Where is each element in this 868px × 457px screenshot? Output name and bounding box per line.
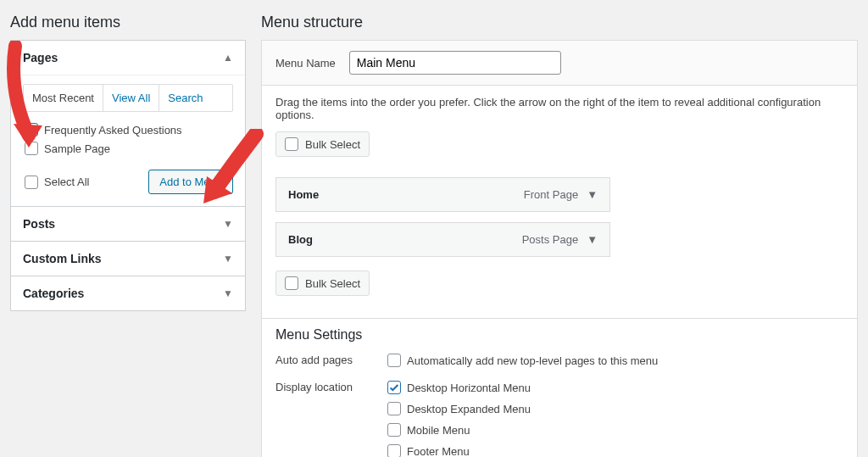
posts-panel-label: Posts [23, 217, 55, 231]
page-item-faq[interactable]: Frequently Asked Questions [23, 120, 233, 139]
categories-panel-label: Categories [23, 287, 84, 300]
bulk-select-bottom[interactable]: Bulk Select [275, 270, 370, 296]
add-to-menu-button[interactable]: Add to Menu [148, 170, 233, 194]
location-desktop-expanded[interactable]: Desktop Expanded Menu [386, 399, 532, 418]
checkbox-icon[interactable] [387, 444, 401, 457]
location-label: Desktop Horizontal Menu [407, 382, 531, 394]
pages-tabs: Most Recent View All Search [23, 84, 233, 112]
checkbox-icon[interactable] [285, 137, 298, 151]
checkbox-icon[interactable] [387, 354, 401, 367]
add-menu-items-heading: Add menu items [10, 14, 246, 31]
checkbox-icon[interactable] [387, 423, 401, 437]
accordion: Pages ▲ Most Recent View All Search Freq… [10, 40, 246, 311]
custom-links-panel-header[interactable]: Custom Links ▼ [11, 241, 245, 276]
location-desktop-horizontal[interactable]: Desktop Horizontal Menu [386, 378, 532, 397]
menu-name-label: Menu Name [275, 57, 336, 70]
menu-structure-heading: Menu structure [261, 14, 858, 31]
checkbox-checked-icon[interactable] [25, 123, 38, 137]
expand-icon: ▼ [223, 287, 233, 299]
page-item-label: Frequently Asked Questions [44, 124, 182, 137]
pages-panel-label: Pages [23, 51, 58, 64]
location-footer[interactable]: Footer Menu [386, 442, 532, 457]
divider [262, 318, 857, 319]
menu-item-title: Home [288, 188, 319, 201]
expand-icon: ▼ [223, 253, 233, 265]
page-item-sample[interactable]: Sample Page [23, 139, 233, 158]
menu-item-type: Posts Page [522, 233, 579, 246]
checkbox-icon[interactable] [25, 176, 38, 189]
auto-add-option[interactable]: Automatically add new top-level pages to… [386, 351, 659, 370]
menu-name-row: Menu Name [261, 40, 858, 86]
auto-add-pages-label: Auto add pages [275, 351, 386, 370]
auto-add-option-label: Automatically add new top-level pages to… [407, 354, 658, 367]
menu-item-title: Blog [288, 233, 313, 246]
checkbox-icon[interactable] [285, 276, 298, 290]
menu-item-home[interactable]: Home Front Page ▼ [275, 177, 610, 212]
posts-panel-header[interactable]: Posts ▼ [11, 206, 245, 241]
select-all-label: Select All [44, 176, 89, 188]
pages-tab-panel: Frequently Asked Questions Sample Page [11, 112, 245, 161]
tab-view-all[interactable]: View All [103, 85, 159, 111]
checkbox-icon[interactable] [25, 142, 38, 155]
collapse-icon: ▲ [223, 52, 233, 64]
pages-panel-body: Most Recent View All Search Frequently A… [11, 75, 245, 206]
pages-panel-header[interactable]: Pages ▲ [11, 41, 245, 75]
checkbox-icon[interactable] [387, 402, 401, 415]
tab-most-recent[interactable]: Most Recent [24, 85, 103, 111]
location-mobile[interactable]: Mobile Menu [386, 421, 532, 439]
bulk-select-label: Bulk Select [305, 277, 360, 290]
chevron-down-icon[interactable]: ▼ [587, 233, 598, 246]
menu-settings-heading: Menu Settings [275, 327, 843, 343]
location-label: Footer Menu [407, 445, 470, 458]
bulk-select-top[interactable]: Bulk Select [275, 131, 370, 157]
chevron-down-icon[interactable]: ▼ [587, 188, 598, 201]
menu-structure-body: Drag the items into the order you prefer… [261, 86, 858, 457]
tab-search[interactable]: Search [159, 85, 211, 111]
location-label: Mobile Menu [407, 424, 470, 437]
instructions: Drag the items into the order you prefer… [275, 96, 843, 121]
menu-items-list: Home Front Page ▼ Blog Posts Page ▼ [275, 177, 843, 257]
menu-item-blog[interactable]: Blog Posts Page ▼ [275, 222, 610, 257]
menu-item-type: Front Page [524, 188, 578, 201]
custom-links-panel-label: Custom Links [23, 252, 102, 265]
bulk-select-label: Bulk Select [305, 138, 360, 151]
display-location-options: Desktop Horizontal Menu Desktop Expanded… [386, 378, 532, 457]
page-item-label: Sample Page [44, 142, 110, 155]
select-all[interactable]: Select All [23, 173, 91, 192]
expand-icon: ▼ [223, 218, 233, 230]
menu-name-input[interactable] [349, 51, 561, 75]
checkbox-checked-icon[interactable] [387, 381, 401, 394]
location-label: Desktop Expanded Menu [407, 403, 531, 415]
display-location-label: Display location [275, 378, 386, 457]
categories-panel-header[interactable]: Categories ▼ [11, 276, 245, 310]
